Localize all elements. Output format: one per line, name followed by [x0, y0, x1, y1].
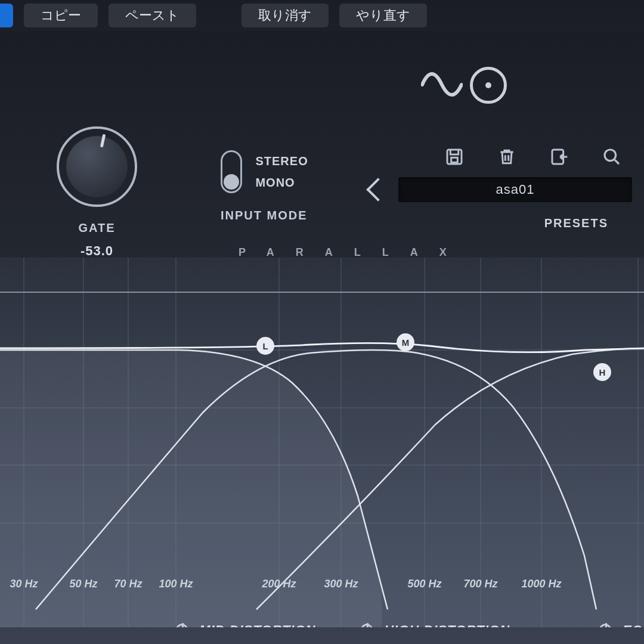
search-icon[interactable] [602, 147, 621, 166]
svg-point-3 [605, 150, 616, 161]
freq-tick: 300 Hz [324, 578, 358, 590]
input-mode-label: INPUT MODE [221, 209, 308, 222]
undo-button[interactable]: 取り消す [242, 4, 329, 27]
gate-label: GATE [57, 221, 137, 235]
gate-knob[interactable] [57, 126, 137, 207]
freq-tick: 500 Hz [407, 578, 441, 590]
input-mode-option-mono: MONO [255, 172, 308, 193]
redo-button[interactable]: やり直す [339, 4, 427, 27]
high-distortion-label: HIGH DISTORTION [384, 623, 510, 627]
presets-label: PRESETS [370, 216, 632, 230]
save-icon[interactable] [445, 147, 464, 166]
eq-label: EQ [623, 623, 643, 627]
import-icon[interactable] [550, 147, 569, 166]
plugin-logo [421, 67, 507, 104]
toolbar-btn-partial[interactable] [0, 4, 13, 27]
plugin-brand-name: PARALLAX [239, 246, 468, 259]
input-mode-option-stereo: STEREO [255, 150, 308, 172]
freq-tick: 200 Hz [262, 578, 296, 590]
preset-section: asa01 PRESETS [370, 147, 632, 230]
band-handle-low[interactable]: L [256, 337, 274, 355]
paste-button[interactable]: ペースト [109, 4, 196, 27]
sine-wave-icon [421, 68, 463, 103]
plugin-header-panel: GATE -53.0 STEREO MONO INPUT MODE [0, 31, 644, 258]
input-mode-control: STEREO MONO INPUT MODE [221, 150, 308, 222]
stereo-mono-toggle[interactable] [221, 150, 242, 193]
freq-tick: 700 Hz [463, 578, 497, 590]
band-handle-high[interactable]: H [593, 363, 611, 381]
gate-value: -53.0 [57, 243, 137, 259]
gate-control: GATE -53.0 [57, 126, 137, 259]
freq-tick: 1000 Hz [521, 578, 561, 590]
mid-distortion-label: MID DISTORTION [199, 623, 315, 627]
band-handle-mid[interactable]: M [397, 333, 414, 351]
power-icon[interactable] [176, 624, 188, 627]
copy-button[interactable]: コピー [24, 4, 98, 27]
circle-dot-icon [470, 67, 507, 104]
host-toolbar: コピー ペースト 取り消す やり直す [0, 0, 638, 31]
crossover-graph[interactable]: L M H 30 Hz 50 Hz 70 Hz 100 Hz 200 Hz 30… [0, 258, 644, 627]
svg-rect-1 [451, 157, 458, 162]
power-icon[interactable] [599, 624, 611, 627]
trash-icon[interactable] [497, 147, 516, 166]
preset-prev-icon[interactable] [366, 178, 390, 202]
freq-tick: 70 Hz [114, 578, 142, 590]
preset-name-display[interactable]: asa01 [398, 177, 632, 202]
freq-tick: 50 Hz [69, 578, 97, 590]
freq-tick: 100 Hz [159, 578, 193, 590]
crossover-svg [0, 258, 644, 627]
freq-tick: 30 Hz [10, 578, 38, 590]
power-icon[interactable] [361, 624, 373, 627]
